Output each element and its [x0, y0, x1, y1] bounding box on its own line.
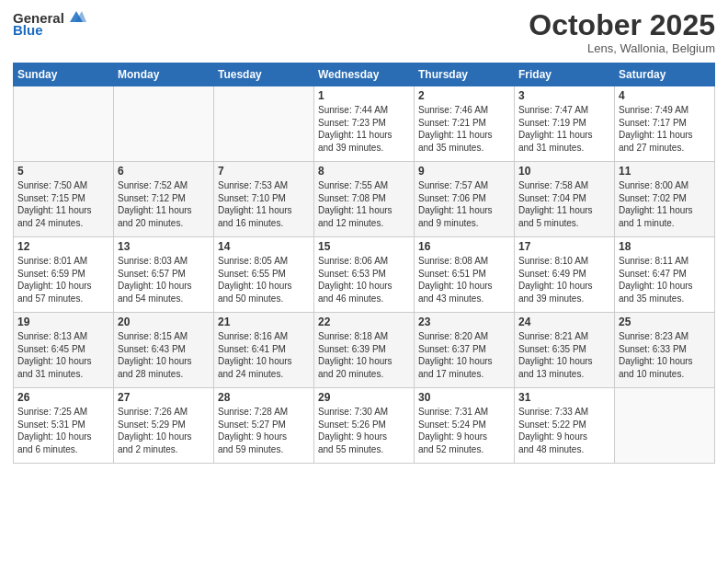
day-info: Sunrise: 8:21 AM Sunset: 6:35 PM Dayligh… [518, 330, 610, 380]
day-info: Sunrise: 8:11 AM Sunset: 6:47 PM Dayligh… [619, 255, 711, 304]
table-row [615, 388, 715, 464]
calendar-week-row: 19Sunrise: 8:13 AM Sunset: 6:45 PM Dayli… [14, 313, 715, 388]
day-number: 25 [619, 316, 711, 328]
table-row: 4Sunrise: 7:49 AM Sunset: 7:17 PM Daylig… [615, 86, 715, 162]
day-info: Sunrise: 7:52 AM Sunset: 7:12 PM Dayligh… [118, 179, 210, 229]
table-row: 10Sunrise: 7:58 AM Sunset: 7:04 PM Dayli… [515, 162, 615, 237]
day-number: 15 [318, 240, 410, 253]
day-number: 5 [17, 165, 109, 178]
logo: General Blue [13, 9, 86, 38]
table-row: 22Sunrise: 8:18 AM Sunset: 6:39 PM Dayli… [314, 313, 415, 388]
day-info: Sunrise: 8:05 AM Sunset: 6:55 PM Dayligh… [218, 255, 310, 304]
day-number: 24 [518, 316, 610, 328]
day-number: 6 [118, 165, 210, 178]
day-info: Sunrise: 8:23 AM Sunset: 6:33 PM Dayligh… [619, 330, 711, 380]
logo-blue-text: Blue [13, 22, 43, 38]
day-number: 1 [318, 89, 410, 102]
day-info: Sunrise: 7:50 AM Sunset: 7:15 PM Dayligh… [17, 179, 109, 229]
day-number: 12 [17, 240, 109, 253]
calendar-week-row: 5Sunrise: 7:50 AM Sunset: 7:15 PM Daylig… [14, 162, 715, 237]
col-wednesday: Wednesday [314, 63, 415, 86]
table-row: 19Sunrise: 8:13 AM Sunset: 6:45 PM Dayli… [14, 313, 114, 388]
header: General Blue October 2025 Lens, Wallonia… [13, 9, 715, 55]
page-container: General Blue October 2025 Lens, Wallonia… [0, 0, 728, 563]
calendar-header-row: Sunday Monday Tuesday Wednesday Thursday… [14, 63, 715, 86]
day-number: 16 [418, 240, 510, 253]
day-info: Sunrise: 8:10 AM Sunset: 6:49 PM Dayligh… [518, 255, 610, 304]
day-number: 10 [518, 165, 610, 178]
day-info: Sunrise: 7:28 AM Sunset: 5:27 PM Dayligh… [218, 406, 310, 455]
table-row: 15Sunrise: 8:06 AM Sunset: 6:53 PM Dayli… [314, 237, 415, 313]
day-number: 30 [418, 391, 510, 404]
table-row: 11Sunrise: 8:00 AM Sunset: 7:02 PM Dayli… [615, 162, 715, 237]
day-info: Sunrise: 7:55 AM Sunset: 7:08 PM Dayligh… [318, 179, 410, 229]
col-sunday: Sunday [14, 63, 114, 86]
table-row [14, 86, 114, 162]
day-info: Sunrise: 8:13 AM Sunset: 6:45 PM Dayligh… [17, 330, 109, 380]
col-thursday: Thursday [415, 63, 515, 86]
day-info: Sunrise: 8:00 AM Sunset: 7:02 PM Dayligh… [619, 179, 711, 229]
table-row [214, 86, 314, 162]
day-info: Sunrise: 8:08 AM Sunset: 6:51 PM Dayligh… [418, 255, 510, 304]
day-info: Sunrise: 8:15 AM Sunset: 6:43 PM Dayligh… [118, 330, 210, 380]
day-info: Sunrise: 7:26 AM Sunset: 5:29 PM Dayligh… [118, 406, 210, 455]
table-row [114, 86, 214, 162]
day-info: Sunrise: 7:57 AM Sunset: 7:06 PM Dayligh… [418, 179, 510, 229]
table-row: 8Sunrise: 7:55 AM Sunset: 7:08 PM Daylig… [314, 162, 415, 237]
table-row: 9Sunrise: 7:57 AM Sunset: 7:06 PM Daylig… [415, 162, 515, 237]
col-friday: Friday [515, 63, 615, 86]
day-info: Sunrise: 7:33 AM Sunset: 5:22 PM Dayligh… [518, 406, 610, 455]
col-saturday: Saturday [615, 63, 715, 86]
logo-icon [66, 9, 86, 26]
day-info: Sunrise: 7:49 AM Sunset: 7:17 PM Dayligh… [619, 104, 711, 154]
month-title: October 2025 [529, 9, 715, 41]
table-row: 26Sunrise: 7:25 AM Sunset: 5:31 PM Dayli… [14, 388, 114, 464]
day-info: Sunrise: 7:46 AM Sunset: 7:21 PM Dayligh… [418, 104, 510, 154]
day-info: Sunrise: 7:30 AM Sunset: 5:26 PM Dayligh… [318, 406, 410, 455]
title-block: October 2025 Lens, Wallonia, Belgium [529, 9, 715, 55]
table-row: 24Sunrise: 8:21 AM Sunset: 6:35 PM Dayli… [515, 313, 615, 388]
day-info: Sunrise: 7:47 AM Sunset: 7:19 PM Dayligh… [518, 104, 610, 154]
table-row: 30Sunrise: 7:31 AM Sunset: 5:24 PM Dayli… [415, 388, 515, 464]
table-row: 2Sunrise: 7:46 AM Sunset: 7:21 PM Daylig… [415, 86, 515, 162]
day-number: 9 [418, 165, 510, 178]
calendar-table: Sunday Monday Tuesday Wednesday Thursday… [13, 63, 715, 464]
day-number: 3 [518, 89, 610, 102]
table-row: 6Sunrise: 7:52 AM Sunset: 7:12 PM Daylig… [114, 162, 214, 237]
day-number: 14 [218, 240, 310, 253]
day-number: 17 [518, 240, 610, 253]
day-number: 8 [318, 165, 410, 178]
table-row: 14Sunrise: 8:05 AM Sunset: 6:55 PM Dayli… [214, 237, 314, 313]
table-row: 21Sunrise: 8:16 AM Sunset: 6:41 PM Dayli… [214, 313, 314, 388]
day-info: Sunrise: 7:25 AM Sunset: 5:31 PM Dayligh… [17, 406, 109, 455]
day-number: 2 [418, 89, 510, 102]
day-number: 29 [318, 391, 410, 404]
day-number: 20 [118, 316, 210, 328]
day-info: Sunrise: 7:58 AM Sunset: 7:04 PM Dayligh… [518, 179, 610, 229]
col-monday: Monday [114, 63, 214, 86]
table-row: 31Sunrise: 7:33 AM Sunset: 5:22 PM Dayli… [515, 388, 615, 464]
table-row: 17Sunrise: 8:10 AM Sunset: 6:49 PM Dayli… [515, 237, 615, 313]
table-row: 5Sunrise: 7:50 AM Sunset: 7:15 PM Daylig… [14, 162, 114, 237]
table-row: 16Sunrise: 8:08 AM Sunset: 6:51 PM Dayli… [415, 237, 515, 313]
day-number: 7 [218, 165, 310, 178]
table-row: 28Sunrise: 7:28 AM Sunset: 5:27 PM Dayli… [214, 388, 314, 464]
day-number: 26 [17, 391, 109, 404]
day-info: Sunrise: 8:18 AM Sunset: 6:39 PM Dayligh… [318, 330, 410, 380]
day-number: 4 [619, 89, 711, 102]
table-row: 29Sunrise: 7:30 AM Sunset: 5:26 PM Dayli… [314, 388, 415, 464]
day-number: 13 [118, 240, 210, 253]
day-number: 11 [619, 165, 711, 178]
day-info: Sunrise: 8:20 AM Sunset: 6:37 PM Dayligh… [418, 330, 510, 380]
day-number: 21 [218, 316, 310, 328]
day-number: 23 [418, 316, 510, 328]
table-row: 12Sunrise: 8:01 AM Sunset: 6:59 PM Dayli… [14, 237, 114, 313]
table-row: 20Sunrise: 8:15 AM Sunset: 6:43 PM Dayli… [114, 313, 214, 388]
day-number: 28 [218, 391, 310, 404]
table-row: 25Sunrise: 8:23 AM Sunset: 6:33 PM Dayli… [615, 313, 715, 388]
day-number: 18 [619, 240, 711, 253]
day-number: 31 [518, 391, 610, 404]
table-row: 27Sunrise: 7:26 AM Sunset: 5:29 PM Dayli… [114, 388, 214, 464]
table-row: 13Sunrise: 8:03 AM Sunset: 6:57 PM Dayli… [114, 237, 214, 313]
day-info: Sunrise: 8:03 AM Sunset: 6:57 PM Dayligh… [118, 255, 210, 304]
